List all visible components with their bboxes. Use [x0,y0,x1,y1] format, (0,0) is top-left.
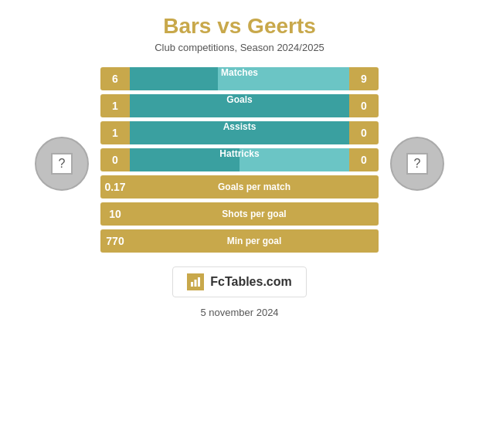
stat-row-4: 0.17Goals per match [100,175,379,199]
bar-fill-left-0 [130,67,218,90]
stat-right-val-0: 9 [349,67,379,90]
stat-row-6: 770Min per goal [100,229,379,253]
watermark-text: FcTables.com [210,275,292,289]
stat-label-0: Matches [221,67,258,78]
team-left-logo: ? [35,137,89,191]
stat-left-val-3: 0 [100,148,130,171]
svg-rect-1 [195,280,197,287]
stat-left-val-0: 6 [100,67,130,90]
watermark: FcTables.com [172,266,307,297]
footer-date: 5 november 2024 [200,307,278,318]
stat-right-val-3: 0 [349,148,379,171]
stat-bar-0: Matches [130,67,349,90]
stat-row-0: 6Matches9 [100,67,379,90]
stat-row-1: 1Goals0 [100,94,379,117]
stat-left-val-2: 1 [100,121,130,144]
bar-fill-left-1 [130,94,349,117]
bar-fill-left-3 [130,148,240,171]
stat-label-5: Shots per goal [222,209,286,219]
page-wrapper: Bars vs Geerts Club competitions, Season… [0,0,479,448]
team-right: ? [379,129,456,191]
stat-bar-single-5: Shots per goal [130,202,379,226]
team-left-logo-inner: ? [51,153,73,175]
stat-label-6: Min per goal [227,236,282,246]
main-content: ? 6Matches91Goals01Assists00Hattricks00.… [0,67,479,253]
stat-label-4: Goals per match [218,182,290,192]
team-right-logo: ? [390,137,444,191]
stat-left-val-6: 770 [100,229,130,253]
page-subtitle: Club competitions, Season 2024/2025 [155,42,324,53]
stat-right-val-1: 0 [349,94,379,117]
stat-row-2: 1Assists0 [100,121,379,144]
stat-row-3: 0Hattricks0 [100,148,379,171]
stat-bar-1: Goals [130,94,349,117]
stat-bar-single-6: Min per goal [130,229,379,253]
stat-bar-2: Assists [130,121,349,144]
stat-bar-3: Hattricks [130,148,349,171]
stat-row-5: 10Shots per goal [100,202,379,226]
stat-bar-single-4: Goals per match [130,175,379,199]
stat-right-val-2: 0 [349,121,379,144]
bar-fill-left-2 [130,121,349,144]
chart-icon [187,273,204,290]
stats-panel: 6Matches91Goals01Assists00Hattricks00.17… [100,67,379,253]
svg-rect-0 [191,282,193,287]
team-right-logo-inner: ? [406,153,428,175]
stat-left-val-1: 1 [100,94,130,117]
stat-left-val-5: 10 [100,202,130,226]
team-left: ? [23,129,100,191]
svg-rect-2 [198,277,200,287]
page-title: Bars vs Geerts [163,14,316,39]
stat-left-val-4: 0.17 [100,175,130,199]
